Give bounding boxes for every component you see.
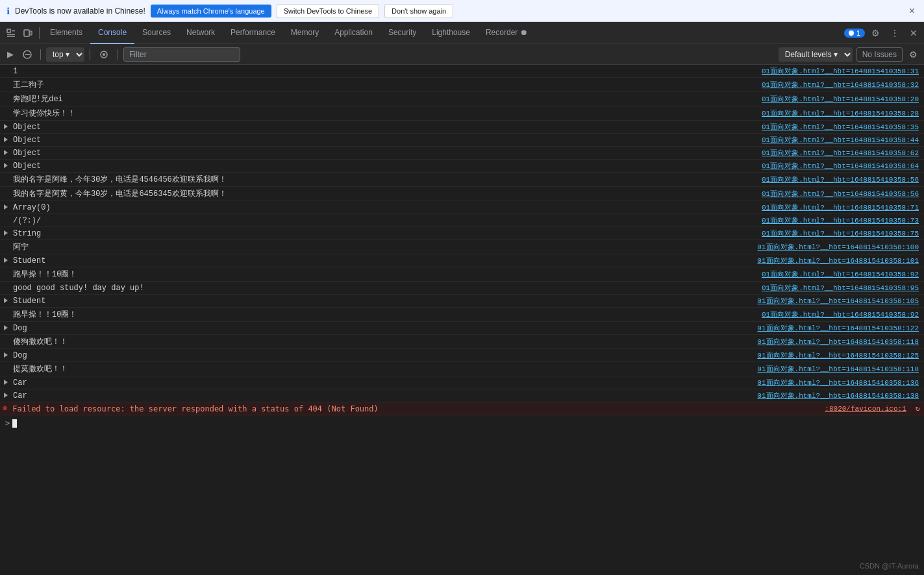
row-expand-arrow[interactable] xyxy=(0,203,10,212)
tab-sources[interactable]: Sources xyxy=(134,22,179,44)
row-text: Dog xyxy=(10,350,757,361)
row-source[interactable]: 01面向对象.html?__hbt=1648815410358:95 xyxy=(762,283,924,293)
row-source[interactable]: 01面向对象.html?__hbt=1648815410358:20 xyxy=(762,94,924,104)
tab-elements[interactable]: Elements xyxy=(42,22,90,44)
row-expand-arrow[interactable] xyxy=(0,123,10,132)
row-source[interactable]: 01面向对象.html?__hbt=1648815410358:101 xyxy=(757,256,924,265)
row-source[interactable]: 01面向对象.html?__hbt=1648815410358:56 xyxy=(762,175,924,184)
row-source[interactable]: 01面向对象.html?__hbt=1648815410358:125 xyxy=(757,350,924,360)
error-source[interactable]: :8020/favicon.ico:1 xyxy=(825,405,911,413)
console-row: Car01面向对象.html?__hbt=1648815410358:136 xyxy=(0,376,924,389)
row-source[interactable]: 01面向对象.html?__hbt=1648815410358:136 xyxy=(757,378,924,387)
row-source[interactable]: 01面向对象.html?__hbt=1648815410358:35 xyxy=(762,122,924,132)
reload-icon[interactable]: ↻ xyxy=(912,404,924,413)
tab-memory[interactable]: Memory xyxy=(283,22,327,44)
console-row: Array(0)01面向对象.html?__hbt=1648815410358:… xyxy=(0,201,924,214)
row-text: Car xyxy=(10,391,757,401)
switch-devtools-button[interactable]: Switch DevTools to Chinese xyxy=(277,4,379,18)
row-text: Car xyxy=(10,378,757,388)
console-settings-button[interactable]: ⚙ xyxy=(906,47,920,62)
row-source[interactable]: 01面向对象.html?__hbt=1648815410358:71 xyxy=(762,202,924,212)
console-toolbar: ▶ top ▾ Default levels ▾ No Issues ⚙ xyxy=(0,44,924,65)
badge-count: 1 xyxy=(856,29,860,37)
run-console-button[interactable]: ▶ xyxy=(4,45,17,64)
row-text: 提莫撒欢吧！！ xyxy=(10,363,757,375)
row-source[interactable]: 01面向对象.html?__hbt=1648815410358:73 xyxy=(762,215,924,225)
row-expand-arrow[interactable] xyxy=(0,297,10,306)
context-select[interactable]: top ▾ xyxy=(46,47,84,62)
row-expand-arrow[interactable] xyxy=(0,229,10,238)
info-message: DevTools is now available in Chinese! xyxy=(15,6,145,16)
info-bar: ℹ DevTools is now available in Chinese! … xyxy=(0,0,924,22)
console-row: 奔跑吧!兄dei01面向对象.html?__hbt=1648815410358:… xyxy=(0,92,924,106)
row-expand-arrow[interactable] xyxy=(0,378,10,387)
row-text: good good study! day day up! xyxy=(10,283,762,293)
row-text: 阿宁 xyxy=(10,241,757,253)
row-expand-arrow[interactable] xyxy=(0,391,10,400)
row-text: Dog xyxy=(10,323,757,334)
inspect-element-icon[interactable] xyxy=(3,22,19,44)
console-row: 王二狗子01面向对象.html?__hbt=1648815410358:32 xyxy=(0,78,924,92)
row-text: Object xyxy=(10,148,762,158)
row-source[interactable]: 01面向对象.html?__hbt=1648815410358:32 xyxy=(762,80,924,90)
devtools-settings-button[interactable]: ⚙ xyxy=(868,22,884,44)
device-toolbar-icon[interactable] xyxy=(19,22,36,44)
console-row: good good study! day day up!01面向对象.html?… xyxy=(0,282,924,295)
input-cursor[interactable] xyxy=(12,419,17,428)
match-language-button[interactable]: Always match Chrome's language xyxy=(151,5,271,18)
console-row: 我的名字是阿黄，今年30岁，电话是6456345欢迎联系我啊！01面向对象.ht… xyxy=(0,187,924,201)
clear-console-button[interactable] xyxy=(19,45,35,64)
row-source[interactable]: 01面向对象.html?__hbt=1648815410358:31 xyxy=(762,66,924,76)
row-source[interactable]: 01面向对象.html?__hbt=1648815410358:75 xyxy=(762,228,924,238)
row-source[interactable]: 01面向对象.html?__hbt=1648815410358:100 xyxy=(757,242,924,252)
row-source[interactable]: 01面向对象.html?__hbt=1648815410358:62 xyxy=(762,148,924,158)
row-source[interactable]: 01面向对象.html?__hbt=1648815410358:122 xyxy=(757,323,924,333)
row-expand-arrow[interactable] xyxy=(0,324,10,333)
tab-security[interactable]: Security xyxy=(381,22,424,44)
tab-performance[interactable]: Performance xyxy=(223,22,283,44)
row-source[interactable]: 01面向对象.html?__hbt=1648815410358:28 xyxy=(762,108,924,118)
tab-recorder[interactable]: Recorder ⏺ xyxy=(478,22,536,44)
error-text: Failed to load resource: the server resp… xyxy=(10,404,825,414)
tab-lighthouse[interactable]: Lighthouse xyxy=(424,22,478,44)
filter-input[interactable] xyxy=(123,47,240,62)
tab-network[interactable]: Network xyxy=(179,22,223,44)
row-expand-arrow[interactable] xyxy=(0,136,10,145)
row-expand-arrow[interactable] xyxy=(0,351,10,360)
devtools-close-button[interactable]: ✕ xyxy=(906,22,921,44)
row-expand-arrow[interactable] xyxy=(0,256,10,265)
console-row: 101面向对象.html?__hbt=1648815410358:31 xyxy=(0,65,924,78)
log-levels-select[interactable]: Default levels ▾ xyxy=(779,47,853,62)
row-source[interactable]: 01面向对象.html?__hbt=1648815410358:64 xyxy=(762,161,924,171)
devtools-more-button[interactable]: ⋮ xyxy=(886,22,903,44)
dont-show-again-button[interactable]: Don't show again xyxy=(384,4,453,18)
row-source[interactable]: 01面向对象.html?__hbt=1648815410358:56 xyxy=(762,189,924,199)
svg-rect-0 xyxy=(7,29,10,32)
console-row: 我的名字是阿峰，今年30岁，电话是4546456欢迎联系我啊！01面向对象.ht… xyxy=(0,173,924,187)
row-text: 我的名字是阿峰，今年30岁，电话是4546456欢迎联系我啊！ xyxy=(10,173,762,186)
watermark: CSDN @IT-Aurora xyxy=(860,562,919,570)
row-source[interactable]: 01面向对象.html?__hbt=1648815410358:138 xyxy=(757,391,924,400)
row-source[interactable]: 01面向对象.html?__hbt=1648815410358:92 xyxy=(762,269,924,279)
console-row: Car01面向对象.html?__hbt=1648815410358:138 xyxy=(0,389,924,402)
console-input-row[interactable]: > xyxy=(0,415,924,431)
console-row: Object01面向对象.html?__hbt=1648815410358:64 xyxy=(0,160,924,173)
console-content[interactable]: 101面向对象.html?__hbt=1648815410358:31王二狗子0… xyxy=(0,65,924,575)
row-source[interactable]: 01面向对象.html?__hbt=1648815410358:118 xyxy=(757,337,924,347)
tab-application[interactable]: Application xyxy=(327,22,381,44)
row-text: Object xyxy=(10,122,762,132)
row-expand-arrow[interactable] xyxy=(0,149,10,158)
row-expand-arrow[interactable] xyxy=(0,162,10,171)
row-source[interactable]: 01面向对象.html?__hbt=1648815410358:105 xyxy=(757,296,924,306)
console-row: Object01面向对象.html?__hbt=1648815410358:44 xyxy=(0,134,924,147)
row-source[interactable]: 01面向对象.html?__hbt=1648815410358:92 xyxy=(762,310,924,319)
row-source[interactable]: 01面向对象.html?__hbt=1648815410358:118 xyxy=(757,364,924,374)
svg-rect-5 xyxy=(30,31,32,35)
eye-filter-button[interactable] xyxy=(95,45,112,64)
tab-console[interactable]: Console xyxy=(90,22,134,44)
no-issues-button[interactable]: No Issues xyxy=(856,47,903,62)
row-text: 学习使你快乐！！ xyxy=(10,107,762,119)
infobar-close-button[interactable]: × xyxy=(906,5,918,17)
row-source[interactable]: 01面向对象.html?__hbt=1648815410358:44 xyxy=(762,135,924,145)
row-text: 傻狗撒欢吧！！ xyxy=(10,336,757,348)
